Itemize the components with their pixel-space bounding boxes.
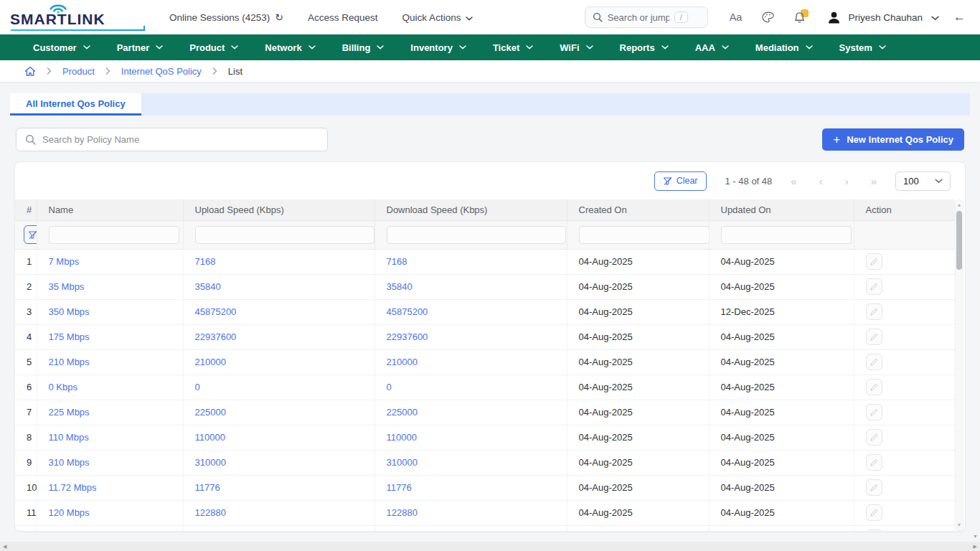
policy-search-input[interactable] xyxy=(42,134,319,145)
download-speed-link[interactable]: 7168 xyxy=(387,256,407,267)
upload-speed-link[interactable]: 35840 xyxy=(195,281,221,292)
nav-item-ticket[interactable]: Ticket xyxy=(493,42,533,53)
download-speed-link[interactable]: 110000 xyxy=(387,432,417,443)
scroll-down-icon[interactable]: ▼ xyxy=(956,522,963,529)
download-speed-link[interactable]: 35840 xyxy=(387,281,413,292)
edit-button[interactable] xyxy=(866,429,882,446)
policy-name-link[interactable]: 350 Mbps xyxy=(49,306,90,317)
nav-item-wifi[interactable]: WiFi xyxy=(560,42,593,53)
scrollbar-thumb[interactable] xyxy=(956,211,962,270)
upload-speed-link[interactable]: 45875200 xyxy=(195,306,237,317)
scroll-right-icon[interactable]: ▶ xyxy=(974,542,977,551)
policy-name-link[interactable]: 210 Mbps xyxy=(49,357,90,367)
upload-speed-link[interactable]: 22937600 xyxy=(195,331,237,342)
quick-actions-menu[interactable]: Quick Actions xyxy=(402,12,473,23)
edit-button[interactable] xyxy=(866,303,882,320)
filter-input-download[interactable] xyxy=(387,226,566,244)
global-search-input[interactable] xyxy=(608,12,669,23)
filter-input-updated[interactable] xyxy=(721,226,852,244)
page-size-select[interactable]: 100 xyxy=(895,171,951,191)
policy-name-link[interactable]: 0 Kbps xyxy=(49,382,77,392)
page-scroll-down-icon[interactable]: ▼ xyxy=(973,534,978,539)
edit-button[interactable] xyxy=(866,404,882,420)
nav-item-billing[interactable]: Billing xyxy=(342,42,385,53)
table-vertical-scrollbar[interactable]: ▲ ▼ xyxy=(955,199,963,531)
breadcrumb-item-product[interactable]: Product xyxy=(62,66,95,77)
column-header-upload-speed-kbps[interactable]: Upload Speed (Kbps) xyxy=(183,199,374,220)
edit-button[interactable] xyxy=(866,253,882,270)
nav-item-reports[interactable]: Reports xyxy=(620,42,669,53)
brand-logo[interactable]: SMARTLINK xyxy=(9,3,139,32)
nav-item-product[interactable]: Product xyxy=(189,42,238,53)
policy-name-link[interactable]: 11.72 Mbps xyxy=(49,482,97,493)
download-speed-link[interactable]: 122880 xyxy=(387,507,418,518)
scroll-up-icon[interactable]: ▲ xyxy=(956,202,963,209)
prev-page-icon[interactable]: ‹ xyxy=(819,176,823,187)
upload-speed-link[interactable]: 210000 xyxy=(195,357,226,367)
filter-toggle-button[interactable] xyxy=(24,225,37,244)
user-menu[interactable]: Priyesh Chauhan xyxy=(826,10,939,25)
edit-button[interactable] xyxy=(866,504,882,521)
global-search[interactable]: / xyxy=(585,6,708,28)
nav-item-customer[interactable]: Customer xyxy=(33,42,90,53)
policy-name-link[interactable]: 310 Mbps xyxy=(49,457,90,468)
download-speed-link[interactable]: 22937600 xyxy=(387,331,428,342)
page-horizontal-scrollbar[interactable]: ◀ ▶ xyxy=(0,542,980,551)
online-sessions-link[interactable]: Online Sessions (4253) ↻ xyxy=(169,11,283,23)
policy-name-link[interactable]: 7 Mbps xyxy=(49,256,80,267)
policy-search[interactable] xyxy=(16,128,328,151)
new-internet-qos-policy-button[interactable]: + New Internet Qos Policy xyxy=(822,128,964,151)
column-header-num[interactable]: # xyxy=(15,199,37,220)
nav-item-inventory[interactable]: Inventory xyxy=(410,42,466,53)
filter-input-name[interactable] xyxy=(49,226,179,244)
last-page-icon[interactable]: » xyxy=(871,176,877,187)
edit-button[interactable] xyxy=(866,454,882,471)
access-request-link[interactable]: Access Request xyxy=(308,12,378,23)
column-header-download-speed-kbps[interactable]: Download Speed (Kbps) xyxy=(374,199,567,220)
nav-item-aaa[interactable]: AAA xyxy=(695,42,729,53)
edit-button[interactable] xyxy=(866,379,882,395)
download-speed-link[interactable]: 11776 xyxy=(387,482,412,493)
policy-name-link[interactable]: 110 Mbps xyxy=(49,432,89,443)
edit-button[interactable] xyxy=(866,479,882,496)
edit-button[interactable] xyxy=(866,354,882,370)
back-arrow-icon[interactable]: ← xyxy=(953,10,966,24)
edit-button[interactable] xyxy=(866,529,882,532)
policy-name-link[interactable]: 175 Mbps xyxy=(49,331,90,342)
edit-button[interactable] xyxy=(866,278,882,295)
upload-speed-link[interactable]: 122880 xyxy=(195,507,226,518)
column-header-action[interactable]: Action xyxy=(854,199,955,220)
nav-item-system[interactable]: System xyxy=(839,42,886,53)
next-page-icon[interactable]: › xyxy=(845,176,849,187)
upload-speed-link[interactable]: 7168 xyxy=(195,256,216,267)
tab-all-internet-qos-policy[interactable]: All Internet Qos Policy xyxy=(10,93,141,116)
download-speed-link[interactable]: 225000 xyxy=(387,407,418,418)
nav-item-partner[interactable]: Partner xyxy=(117,42,164,53)
upload-speed-link[interactable]: 11776 xyxy=(195,482,220,493)
download-speed-link[interactable]: 210000 xyxy=(387,357,418,367)
column-header-name[interactable]: Name xyxy=(37,199,183,220)
column-header-created-on[interactable]: Created On xyxy=(567,199,709,220)
filter-input-created[interactable] xyxy=(579,226,710,244)
clear-filters-button[interactable]: Clear xyxy=(654,171,707,191)
text-size-icon[interactable]: Aa xyxy=(730,11,743,23)
home-icon[interactable] xyxy=(24,66,36,77)
column-header-updated-on[interactable]: Updated On xyxy=(709,199,854,220)
notifications-bell-icon[interactable] xyxy=(794,11,805,24)
policy-name-link[interactable]: 225 Mbps xyxy=(49,407,90,418)
refresh-icon[interactable]: ↻ xyxy=(275,11,283,23)
scroll-left-icon[interactable]: ◀ xyxy=(3,542,6,551)
upload-speed-link[interactable]: 0 xyxy=(195,382,200,392)
breadcrumb-item-internet-qos-policy[interactable]: Internet QoS Policy xyxy=(121,66,202,77)
nav-item-mediation[interactable]: Mediation xyxy=(755,42,813,53)
policy-name-link[interactable]: 120 Mbps xyxy=(49,507,90,518)
download-speed-link[interactable]: 45875200 xyxy=(387,306,428,317)
filter-input-upload[interactable] xyxy=(195,226,374,244)
theme-palette-icon[interactable] xyxy=(762,11,774,23)
upload-speed-link[interactable]: 310000 xyxy=(195,457,226,468)
nav-item-network[interactable]: Network xyxy=(265,42,315,53)
download-speed-link[interactable]: 0 xyxy=(387,382,392,392)
download-speed-link[interactable]: 310000 xyxy=(387,457,418,468)
upload-speed-link[interactable]: 110000 xyxy=(195,432,225,443)
upload-speed-link[interactable]: 225000 xyxy=(195,407,226,418)
